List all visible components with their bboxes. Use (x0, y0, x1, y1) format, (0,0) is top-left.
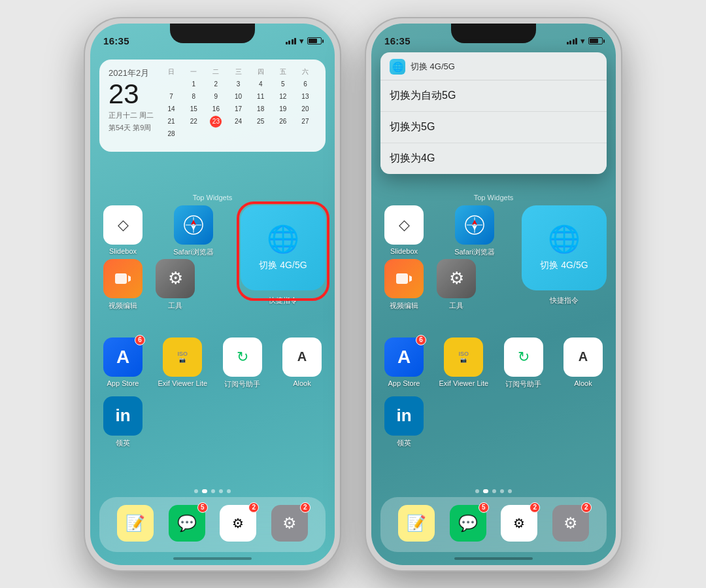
time-right: 16:35 (384, 35, 411, 46)
top-widgets-label-right: Top Widgets (474, 194, 514, 201)
slidebox-icon-r: ◇ (384, 205, 424, 245)
app-row-2-left: 视频编辑 ⚙ 工具 (99, 259, 199, 311)
appstore-badge: 6 (135, 335, 145, 345)
popup-item-auto5g[interactable]: 切换为自动5G (380, 80, 607, 112)
app-row-3-left: A 6 App Store ISO 📷 Exif Viewer Lite ↻ (99, 337, 326, 389)
app-safari-left[interactable]: Safari浏览器 (170, 205, 217, 257)
page-dots-right (475, 489, 512, 493)
dock-reminders-left[interactable]: ⚙ 2 (214, 505, 261, 544)
settings-badge-r: 2 (581, 502, 592, 513)
dot-1 (194, 489, 198, 493)
dock-wechat-right[interactable]: 💬 5 (445, 505, 492, 544)
wechat-badge-r: 5 (479, 502, 489, 513)
app-row-2-right: 视频编辑 ⚙ 工具 (380, 259, 480, 311)
dot-r4 (500, 489, 504, 493)
shortcuts-large-icon[interactable]: 🌐 切换 4G/5G (241, 205, 326, 290)
status-bar-right: 16:35 ▾ (371, 24, 616, 52)
home-indicator-right (454, 557, 533, 560)
app-video-left[interactable]: 视频编辑 (99, 259, 146, 311)
dock-right: 📝 💬 5 ⚙ 2 ⚙ 2 (380, 497, 607, 552)
exif-icon: ISO 📷 (163, 337, 202, 377)
dot-r3 (492, 489, 496, 493)
shortcuts-widget-group: 🌐 切换 4G/5G 快捷指令 (241, 205, 326, 305)
exif-icon-r: ISO 📷 (444, 337, 483, 377)
safari-icon-r (455, 205, 494, 245)
app-subscription-right[interactable]: ↻ 订阅号助手 (500, 337, 547, 389)
app-linkedin-left[interactable]: in 领英 (99, 396, 146, 448)
wifi-icon-left: ▾ (299, 36, 304, 46)
popup-item-5g[interactable]: 切换为5G (380, 112, 607, 143)
app-video-right[interactable]: 视频编辑 (380, 259, 428, 311)
dot-3 (211, 489, 215, 493)
phone-screen-right: 16:35 ▾ 🌐 切 (371, 24, 616, 565)
battery-icon-right (588, 37, 603, 44)
dot-r1 (475, 489, 479, 493)
safari-label-r: Safari浏览器 (454, 247, 495, 257)
tools-icon: ⚙ (156, 259, 195, 298)
svg-marker-6 (128, 275, 131, 282)
video-label-r: 视频编辑 (390, 301, 418, 311)
appstore-badge-r: 6 (416, 335, 426, 345)
appstore-icon-r: A 6 (384, 337, 424, 377)
dock-left: 📝 💬 5 ⚙ 2 ⚙ 2 (99, 497, 326, 552)
tools-label: 工具 (168, 301, 182, 311)
app-appstore-left[interactable]: A 6 App Store (99, 337, 146, 387)
dock-notes-right[interactable]: 📝 (393, 505, 440, 544)
calendar-widget: 2021年2月 23 正月十二 周二 第54天 第9周 日 一 二 三 四 五 (99, 60, 326, 152)
dock-notes-left[interactable]: 📝 (112, 505, 159, 544)
shortcuts-large-icon-r[interactable]: 🌐 切换 4G/5G (522, 205, 607, 290)
app-row-3-right: A 6 App Store ISO 📷 Exif Viewer Lite ↻ (380, 337, 607, 389)
app-slidebox-left[interactable]: ◇ Slidebox (99, 205, 146, 255)
dot-r2 (483, 489, 488, 493)
subscription-label: 订阅号助手 (224, 379, 260, 389)
alook-label-r: Alook (574, 379, 592, 387)
alook-label: Alook (293, 379, 311, 387)
popup-header: 🌐 切换 4G/5G (380, 52, 607, 80)
signal-icon-left (286, 38, 297, 44)
phone-right: 16:35 ▾ 🌐 切 (366, 18, 621, 570)
dock-wechat-left[interactable]: 💬 5 (163, 505, 210, 544)
app-subscription-left[interactable]: ↻ 订阅号助手 (219, 337, 266, 389)
reminders-icon-r: ⚙ 2 (501, 505, 537, 542)
wifi-icon-right: ▾ (580, 36, 585, 46)
dot-5 (227, 489, 231, 493)
signal-icon-right (567, 38, 578, 44)
page-dots-left (194, 489, 231, 493)
app-exif-right[interactable]: ISO 📷 Exif Viewer Lite (440, 337, 487, 387)
app-tools-left[interactable]: ⚙ 工具 (152, 259, 199, 311)
video-icon-r (384, 259, 424, 298)
phone-screen-left: 16:35 ▾ 2 (90, 24, 335, 565)
linkedin-icon-r: in (384, 396, 424, 436)
cal-sub2: 第54天 第9周 (109, 123, 154, 133)
dock-settings-right[interactable]: ⚙ 2 (547, 505, 594, 544)
app-tools-right[interactable]: ⚙ 工具 (433, 259, 480, 311)
dock-reminders-right[interactable]: ⚙ 2 (496, 505, 543, 544)
popup-title: 切换 4G/5G (411, 61, 455, 73)
app-exif-left[interactable]: ISO 📷 Exif Viewer Lite (159, 337, 206, 387)
top-widgets-label-left: Top Widgets (193, 194, 233, 201)
linkedin-label: 领英 (116, 438, 130, 448)
status-icons-right: ▾ (567, 36, 603, 46)
app-appstore-right[interactable]: A 6 App Store (380, 337, 428, 387)
shortcuts-large-label: 快捷指令 (269, 296, 297, 305)
settings-icon: ⚙ 2 (271, 505, 308, 542)
popup-app-icon: 🌐 (390, 59, 405, 75)
app-safari-right[interactable]: Safari浏览器 (451, 205, 498, 257)
appstore-label-r: App Store (388, 379, 420, 387)
popup-menu: 🌐 切换 4G/5G 切换为自动5G 切换为5G 切换为4G (380, 52, 607, 174)
app-alook-left[interactable]: A Alook (278, 337, 326, 387)
app-linkedin-right[interactable]: in 领英 (380, 396, 428, 448)
svg-text:A: A (116, 347, 129, 367)
battery-icon-left (307, 37, 322, 44)
shortcuts-large-label-r: 快捷指令 (550, 296, 579, 305)
dock-settings-left[interactable]: ⚙ 2 (266, 505, 313, 544)
popup-item-4g[interactable]: 切换为4G (380, 143, 607, 174)
cal-day: 23 (109, 80, 154, 108)
reminders-badge: 2 (248, 502, 259, 513)
app-alook-right[interactable]: A Alook (560, 337, 607, 387)
appstore-icon: A 6 (103, 337, 143, 377)
app-slidebox-right[interactable]: ◇ Slidebox (380, 205, 428, 255)
subscription-label-r: 订阅号助手 (505, 379, 541, 389)
svg-rect-13 (396, 273, 408, 284)
slidebox-icon: ◇ (103, 205, 143, 245)
